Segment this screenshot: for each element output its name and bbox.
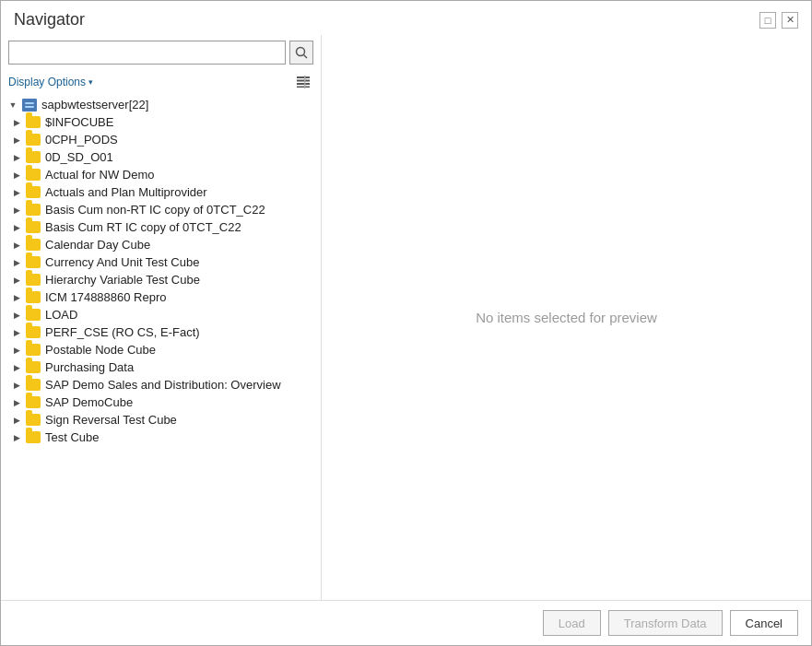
item-label: Test Cube bbox=[45, 430, 100, 444]
item-chevron: ▶ bbox=[8, 311, 25, 320]
list-item[interactable]: ▶ SAP DemoCube bbox=[1, 393, 321, 411]
item-chevron: ▶ bbox=[8, 135, 25, 145]
folder-icon bbox=[25, 186, 41, 198]
svg-rect-2 bbox=[297, 76, 310, 78]
options-icon-button[interactable] bbox=[293, 72, 313, 92]
item-chevron: ▶ bbox=[8, 346, 25, 355]
folder-icon bbox=[25, 256, 41, 268]
folder-icon bbox=[25, 414, 41, 426]
item-label: Actual for NW Demo bbox=[45, 168, 154, 182]
display-options-arrow: ▾ bbox=[88, 77, 93, 87]
title-bar-controls: □ ✕ bbox=[759, 12, 798, 29]
item-chevron: ▶ bbox=[8, 258, 25, 267]
item-chevron: ▶ bbox=[8, 398, 25, 407]
item-label: ICM 174888860 Repro bbox=[45, 290, 167, 304]
item-label: PERF_CSE (RO CS, E-Fact) bbox=[45, 325, 200, 339]
content-area: Display Options ▾ ▼ bbox=[1, 35, 811, 600]
item-chevron: ▶ bbox=[8, 118, 25, 127]
folder-icon bbox=[25, 361, 41, 373]
svg-point-0 bbox=[297, 48, 305, 56]
item-chevron: ▶ bbox=[8, 188, 25, 197]
folder-icon bbox=[25, 204, 41, 216]
list-item[interactable]: ▶ Calendar Day Cube bbox=[1, 236, 321, 253]
list-item[interactable]: ▶ Purchasing Data bbox=[1, 358, 321, 376]
item-label: SAP DemoCube bbox=[45, 395, 133, 409]
item-label: LOAD bbox=[45, 308, 77, 322]
item-chevron: ▶ bbox=[8, 328, 25, 337]
item-label: Sign Reversal Test Cube bbox=[45, 413, 177, 427]
search-input[interactable] bbox=[8, 41, 286, 65]
display-options-button[interactable]: Display Options ▾ bbox=[8, 76, 93, 88]
item-label: Postable Node Cube bbox=[45, 343, 156, 357]
list-item[interactable]: ▶ Postable Node Cube bbox=[1, 341, 321, 358]
list-item[interactable]: ▶ 0CPH_PODS bbox=[1, 131, 321, 148]
item-label: Purchasing Data bbox=[45, 360, 134, 374]
item-label: Basis Cum RT IC copy of 0TCT_C22 bbox=[45, 220, 241, 234]
folder-icon bbox=[25, 344, 41, 356]
footer: Load Transform Data Cancel bbox=[1, 600, 811, 645]
root-label: sapbwtestserver[22] bbox=[41, 98, 148, 112]
list-item[interactable]: ▶ Basis Cum non-RT IC copy of 0TCT_C22 bbox=[1, 201, 321, 218]
svg-rect-4 bbox=[297, 83, 310, 85]
list-item[interactable]: ▶ Basis Cum RT IC copy of 0TCT_C22 bbox=[1, 218, 321, 236]
folder-icon bbox=[25, 239, 41, 251]
item-label: $INFOCUBE bbox=[45, 115, 113, 129]
cancel-button[interactable]: Cancel bbox=[730, 610, 798, 636]
tree-container[interactable]: ▼ sapbwtestserver[22] ▶ $INFOCUBE bbox=[1, 96, 321, 600]
list-item[interactable]: ▶ Actual for NW Demo bbox=[1, 166, 321, 183]
item-label: Hierarchy Variable Test Cube bbox=[45, 273, 200, 287]
table-options-icon bbox=[296, 75, 311, 89]
folder-icon bbox=[25, 134, 41, 146]
list-item[interactable]: ▶ Test Cube bbox=[1, 429, 321, 446]
preview-panel: No items selected for preview bbox=[322, 35, 811, 600]
item-chevron: ▶ bbox=[8, 293, 25, 302]
search-bar bbox=[1, 35, 321, 70]
folder-icon bbox=[25, 396, 41, 408]
svg-line-1 bbox=[304, 55, 308, 59]
item-label: Actuals and Plan Multiprovider bbox=[45, 185, 207, 199]
search-button[interactable] bbox=[289, 41, 313, 65]
server-icon bbox=[21, 99, 38, 112]
list-item[interactable]: ▶ Actuals and Plan Multiprovider bbox=[1, 183, 321, 201]
dialog-title: Navigator bbox=[14, 10, 85, 29]
maximize-button[interactable]: □ bbox=[759, 12, 776, 29]
tree-root-item[interactable]: ▼ sapbwtestserver[22] bbox=[1, 96, 321, 113]
item-chevron: ▶ bbox=[8, 206, 25, 215]
title-bar: Navigator □ ✕ bbox=[1, 1, 811, 35]
list-item[interactable]: ▶ $INFOCUBE bbox=[1, 113, 321, 131]
item-chevron: ▶ bbox=[8, 153, 25, 162]
folder-icon bbox=[25, 274, 41, 286]
list-item[interactable]: ▶ ICM 174888860 Repro bbox=[1, 288, 321, 306]
list-item[interactable]: ▶ PERF_CSE (RO CS, E-Fact) bbox=[1, 323, 321, 341]
item-chevron: ▶ bbox=[8, 170, 25, 180]
folder-icon bbox=[25, 309, 41, 321]
transform-data-button[interactable]: Transform Data bbox=[608, 610, 723, 636]
folder-icon bbox=[25, 169, 41, 181]
item-label: Currency And Unit Test Cube bbox=[45, 255, 199, 269]
list-item[interactable]: ▶ LOAD bbox=[1, 306, 321, 323]
svg-rect-6 bbox=[304, 76, 306, 88]
list-item[interactable]: ▶ 0D_SD_O01 bbox=[1, 148, 321, 166]
folder-icon bbox=[25, 431, 41, 443]
root-chevron: ▼ bbox=[5, 100, 21, 110]
close-button[interactable]: ✕ bbox=[782, 12, 798, 29]
search-icon bbox=[295, 46, 308, 59]
load-button[interactable]: Load bbox=[543, 610, 601, 636]
display-options-row: Display Options ▾ bbox=[1, 70, 321, 96]
folder-icon bbox=[25, 291, 41, 303]
item-chevron: ▶ bbox=[8, 276, 25, 285]
left-panel: Display Options ▾ ▼ bbox=[1, 35, 322, 600]
folder-icon bbox=[25, 221, 41, 233]
list-item[interactable]: ▶ Currency And Unit Test Cube bbox=[1, 253, 321, 271]
list-item[interactable]: ▶ SAP Demo Sales and Distribution: Overv… bbox=[1, 376, 321, 393]
list-item[interactable]: ▶ Hierarchy Variable Test Cube bbox=[1, 271, 321, 288]
navigator-dialog: Navigator □ ✕ Display Option bbox=[0, 0, 812, 646]
list-item[interactable]: ▶ Sign Reversal Test Cube bbox=[1, 411, 321, 429]
item-chevron: ▶ bbox=[8, 433, 25, 442]
item-label: 0CPH_PODS bbox=[45, 133, 118, 147]
item-chevron: ▶ bbox=[8, 381, 25, 390]
item-chevron: ▶ bbox=[8, 416, 25, 425]
folder-icon bbox=[25, 116, 41, 128]
svg-rect-5 bbox=[297, 87, 310, 88]
item-label: 0D_SD_O01 bbox=[45, 150, 113, 164]
